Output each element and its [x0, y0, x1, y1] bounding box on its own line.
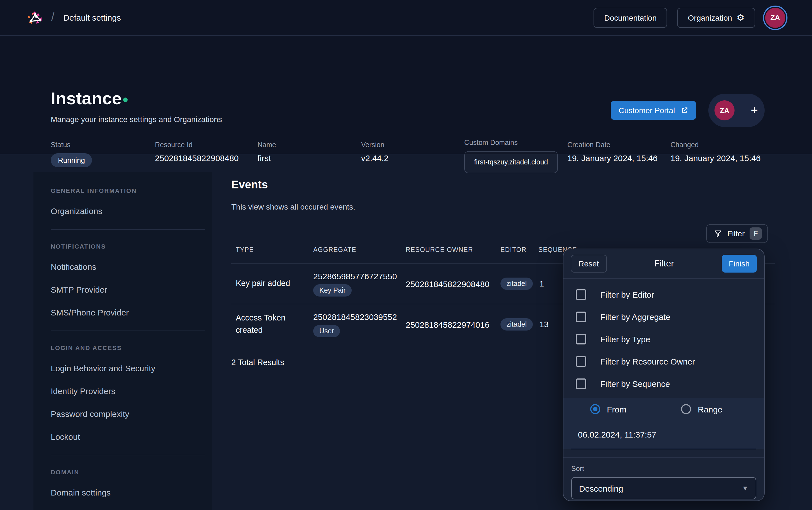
radio-icon: [590, 404, 600, 414]
reset-button[interactable]: Reset: [571, 255, 607, 273]
sort-label: Sort: [571, 465, 764, 473]
sidebar-item-notifications[interactable]: Notifications: [51, 262, 203, 272]
user-avatar[interactable]: ZA: [765, 7, 785, 28]
customer-portal-label: Customer Portal: [619, 106, 675, 115]
checkbox-icon[interactable]: [576, 311, 586, 322]
sort-select[interactable]: Descending ▼: [571, 477, 756, 500]
add-member-icon[interactable]: +: [751, 104, 758, 116]
info-creation-date: Creation Date 19. January 2024, 15:46: [567, 141, 658, 163]
sidebar-section-general: GENERAL INFORMATION: [51, 187, 203, 194]
sidebar-item-login-behavior[interactable]: Login Behavior and Security: [51, 363, 203, 373]
info-label: Creation Date: [567, 141, 658, 149]
resource-owner: 250281845822908480: [406, 279, 500, 288]
filter-by-aggregate-option[interactable]: Filter by Aggregate: [576, 306, 764, 328]
page-title: Instance: [51, 89, 122, 109]
organization-label: Organization: [688, 13, 732, 22]
sidebar-item-identity-providers[interactable]: Identity Providers: [51, 386, 203, 396]
radio-label: From: [607, 404, 627, 414]
info-label: Custom Domains: [464, 139, 558, 147]
option-label: Filter by Sequence: [600, 379, 670, 388]
column-aggregate[interactable]: AGGREGATE: [313, 246, 406, 253]
sidebar-item-domain-settings[interactable]: Domain settings: [51, 488, 203, 498]
option-label: Filter by Editor: [600, 289, 654, 299]
info-label: Version: [361, 141, 388, 149]
app-screen: / Default settings Documentation Organiz…: [0, 0, 812, 510]
filter-panel: Reset Filter Finish Filter by Editor Fil…: [563, 249, 765, 501]
filter-shortcut-badge: F: [750, 227, 762, 240]
radio-range[interactable]: Range: [681, 404, 722, 414]
sidebar-item-sms-phone-provider[interactable]: SMS/Phone Provider: [51, 308, 203, 318]
info-value: 250281845822908480: [155, 153, 238, 163]
info-version: Version v2.44.2: [361, 141, 388, 163]
info-name: Name first: [258, 141, 276, 163]
filter-by-resource-owner-option[interactable]: Filter by Resource Owner: [576, 350, 764, 372]
checkbox-icon[interactable]: [576, 289, 586, 300]
filter-icon: [713, 229, 722, 238]
instance-members[interactable]: ZA +: [708, 94, 765, 127]
filter-button[interactable]: Filter F: [706, 224, 768, 243]
finish-button[interactable]: Finish: [721, 255, 757, 273]
aggregate-type-badge: Key Pair: [313, 284, 352, 296]
filter-by-editor-option[interactable]: Filter by Editor: [576, 283, 764, 306]
sidebar-item-password-complexity[interactable]: Password complexity: [51, 409, 203, 419]
external-link-icon: [680, 107, 688, 114]
sidebar-divider: [51, 331, 205, 331]
organization-button[interactable]: Organization ⚙: [677, 7, 755, 28]
zitadel-logo-icon[interactable]: [27, 9, 45, 26]
sidebar-section-login-access: LOGIN AND ACCESS: [51, 344, 203, 351]
checkbox-icon[interactable]: [576, 334, 586, 344]
event-aggregate: 252865985776727550 Key Pair: [313, 271, 406, 296]
date-filter-block: From Range 06.02.2024, 11:37:57: [563, 398, 764, 449]
filter-label: Filter: [727, 229, 745, 238]
filter-panel-header: Reset Filter Finish: [563, 249, 764, 279]
info-value: v2.44.2: [361, 153, 388, 163]
panel-divider: [563, 457, 764, 458]
settings-sidebar: GENERAL INFORMATION Organizations NOTIFI…: [33, 172, 212, 510]
column-editor[interactable]: EDITOR: [500, 246, 539, 253]
top-bar-actions: Documentation Organization ⚙ ZA: [593, 7, 785, 28]
event-type: Access Token created: [236, 312, 313, 337]
column-type[interactable]: TYPE: [236, 246, 313, 253]
option-label: Filter by Resource Owner: [600, 357, 695, 366]
sidebar-item-lockout[interactable]: Lockout: [51, 432, 203, 442]
sidebar-divider: [51, 229, 205, 230]
instance-hero: Instance Manage your instance settings a…: [0, 35, 812, 154]
customer-portal-button[interactable]: Customer Portal: [611, 101, 696, 120]
chevron-down-icon: ▼: [742, 484, 749, 492]
breadcrumb-separator: /: [51, 10, 54, 23]
radio-from[interactable]: From: [590, 404, 627, 414]
info-changed: Changed 19. January 2024, 15:46: [670, 141, 761, 163]
custom-domain-chip[interactable]: first-tqszuy.zitadel.cloud: [464, 151, 558, 173]
filter-options: Filter by Editor Filter by Aggregate Fil…: [563, 279, 764, 395]
filter-by-sequence-option[interactable]: Filter by Sequence: [576, 372, 764, 395]
info-value: first: [258, 153, 276, 163]
event-aggregate: 250281845823039552 User: [313, 312, 406, 337]
sort-value: Descending: [579, 484, 623, 493]
info-label: Name: [258, 141, 276, 149]
documentation-button[interactable]: Documentation: [593, 7, 667, 28]
events-title: Events: [231, 178, 775, 191]
date-input[interactable]: 06.02.2024, 11:37:57: [571, 420, 756, 449]
event-editor: zitadel: [500, 318, 539, 331]
checkbox-icon[interactable]: [576, 378, 586, 389]
sidebar-item-organizations[interactable]: Organizations: [51, 206, 203, 216]
option-label: Filter by Type: [600, 334, 650, 344]
radio-label: Range: [698, 404, 722, 414]
member-avatar[interactable]: ZA: [715, 100, 734, 120]
aggregate-id: 250281845823039552: [313, 312, 406, 321]
editor-badge: zitadel: [500, 278, 533, 290]
info-label: Resource Id: [155, 141, 238, 149]
column-resource-owner[interactable]: RESOURCE OWNER: [406, 246, 500, 253]
date-mode-radios: From Range: [563, 398, 764, 420]
breadcrumb-current[interactable]: Default settings: [63, 13, 121, 22]
option-label: Filter by Aggregate: [600, 312, 670, 321]
sidebar-section-notifications: NOTIFICATIONS: [51, 243, 203, 250]
sidebar-divider: [51, 455, 205, 455]
filter-by-type-option[interactable]: Filter by Type: [576, 328, 764, 350]
editor-badge: zitadel: [500, 318, 533, 331]
resource-owner: 250281845822974016: [406, 320, 500, 329]
checkbox-icon[interactable]: [576, 356, 586, 366]
documentation-label: Documentation: [604, 13, 657, 22]
filter-panel-title: Filter: [654, 259, 674, 268]
sidebar-item-smtp-provider[interactable]: SMTP Provider: [51, 285, 203, 295]
